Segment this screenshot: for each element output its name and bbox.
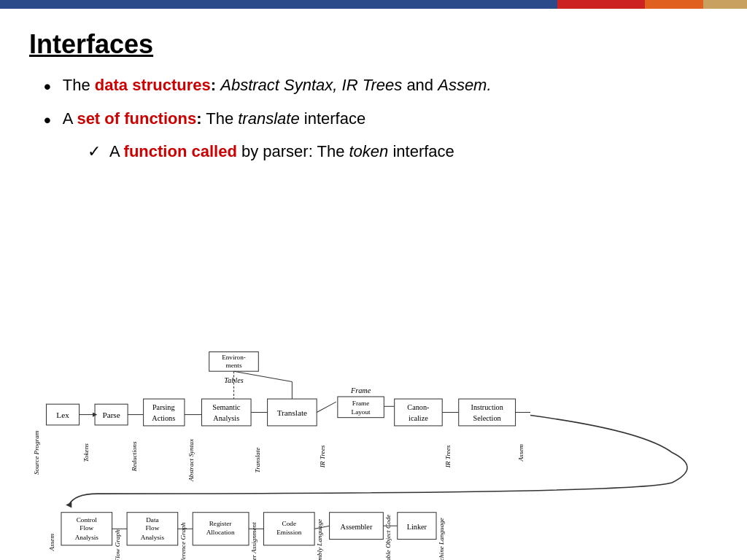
compiler-diagram: Source Program Lex Tokens Parse Reductio…: [0, 233, 747, 560]
bullet-dot-2: •: [44, 108, 51, 133]
label-frame: Frame: [350, 386, 371, 394]
highlight-set-of-functions: set of functions: [77, 109, 196, 128]
label-semantic-2: Analysis: [213, 414, 239, 422]
label-canon-1: Canon-: [407, 403, 430, 411]
label-parsing-actions-1: Parsing: [152, 403, 175, 411]
top-bar-blue: [0, 0, 557, 9]
label-lex: Lex: [56, 411, 69, 419]
bullet-list: • The data structures: Abstract Syntax, …: [44, 74, 732, 163]
label-cf-3: Analysis: [75, 534, 99, 541]
label-assembly-language: Assembly Language: [316, 519, 323, 560]
label-environ-2: ments: [226, 362, 242, 369]
label-tokens: Tokens: [82, 443, 90, 462]
highlight-function-called: function called: [124, 142, 237, 160]
label-cf-1: Control: [77, 516, 98, 524]
bullet-item-1: • The data structures: Abstract Syntax, …: [44, 74, 732, 99]
bullet-text-1: The data structures: Abstract Syntax, IR…: [63, 74, 732, 97]
arrow-translate-frame: [317, 402, 336, 412]
check-text: A function called by parser: The token i…: [109, 141, 732, 163]
label-ra-2: Allocation: [206, 529, 235, 536]
label-flow-graph: Flow Graph: [114, 529, 121, 560]
label-parsing-actions-2: Actions: [152, 414, 175, 422]
label-parse: Parse: [102, 411, 120, 419]
label-source-program: Source Program: [33, 430, 40, 475]
label-environ-1: Environ-: [222, 354, 246, 361]
bullet-text-2: A set of functions: The translate interf…: [63, 108, 732, 131]
label-df-2: Flow: [145, 524, 159, 532]
label-machine-language: Machine Language: [438, 518, 445, 560]
label-abstract-syntax: Abstract Syntax: [187, 438, 195, 482]
label-reductions: Reductions: [131, 441, 138, 472]
label-reg-assignment: Register Assignment: [250, 522, 258, 560]
label-translate-vert: Translate: [254, 448, 261, 473]
arrowhead-curve: [66, 502, 71, 508]
label-ra-1: Register: [209, 520, 232, 527]
label-df-3: Analysis: [141, 534, 165, 541]
page-title: Interfaces: [29, 29, 732, 60]
checkmark-icon: ✓: [88, 141, 101, 163]
label-ir-trees-2: IR Trees: [444, 445, 452, 468]
label-semantic-1: Semantic: [212, 403, 241, 411]
label-df-1: Data: [146, 516, 158, 524]
label-assembler: Assembler: [341, 523, 373, 531]
label-instr-2: Selection: [473, 414, 501, 422]
label-cf-2: Flow: [80, 524, 93, 532]
label-frame-layout-2: Layout: [352, 408, 371, 416]
label-linker: Linker: [407, 523, 427, 531]
curve-row1-row2: [69, 416, 687, 505]
bullet-item-2: • A set of functions: The translate inte…: [44, 108, 732, 133]
label-ce-2: Emission: [276, 529, 302, 536]
diagram-area: Source Program Lex Tokens Parse Reductio…: [0, 233, 747, 560]
top-bar-tan: [703, 0, 747, 9]
label-instr-1: Instruction: [471, 403, 503, 411]
check-item: ✓ A function called by parser: The token…: [88, 141, 732, 163]
label-frame-layout-1: Frame: [352, 400, 370, 407]
label-interference-graph: Interference Graph: [179, 522, 187, 560]
top-bar-orange: [645, 0, 703, 9]
label-ir-trees-1: IR Trees: [319, 445, 326, 468]
label-ce-1: Code: [282, 520, 296, 527]
bullet-dot-1: •: [44, 74, 51, 99]
label-canon-2: icalize: [409, 414, 428, 422]
label-assem-row2: Assem: [48, 534, 55, 552]
label-reloc-code: Relocatable Object Code: [384, 515, 392, 560]
highlight-data-structures: data structures: [95, 76, 211, 94]
label-translate: Translate: [277, 408, 307, 417]
top-bar: [0, 0, 747, 9]
label-assem-1: Assem: [517, 444, 525, 462]
top-bar-red: [557, 0, 645, 9]
